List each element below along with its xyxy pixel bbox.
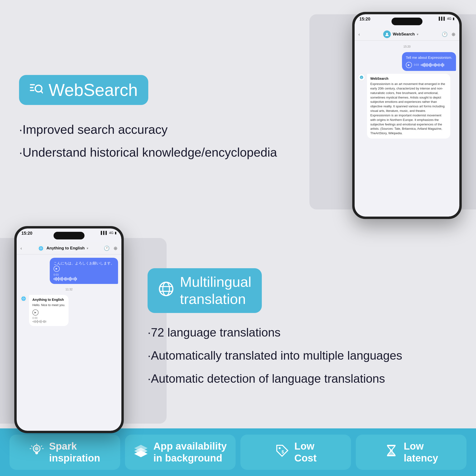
phone-right-container: 15:20 ▌▌▌ 4G ▮ ‹ [343,0,476,231]
audio-row-ws: ▶ 0:03 [406,62,452,68]
hourglass-icon [384,443,398,461]
websearch-badge-label: WebSearch [49,80,138,100]
chat-timestamp-tr: 11:32 [20,288,118,291]
clock-icon[interactable]: 🕐 [442,32,448,37]
svg-line-4 [41,91,43,93]
phone-left-container: 15:20 ▌▌▌ 4G ▮ ‹ 🌐 Anything to English ▾ [0,231,133,428]
footer-label-background: App availability in background [153,440,227,464]
footer-label-lowlatency: Low latency [404,440,438,464]
user-bubble-ws: Tell me about Expressionism. ▶ 0:03 [402,52,456,71]
signal-icon-tr: ▌▌▌ [101,231,108,235]
waveform-ws [421,63,444,67]
bot-text-tr: Hello. Nice to meet you. [32,303,65,307]
svg-point-8 [159,282,173,296]
bottom-section: 15:20 ▌▌▌ 4G ▮ ‹ 🌐 Anything to English ▾ [0,231,476,428]
chat-header-center: WebSearch ▾ [383,31,418,38]
jp-bubble: こんにちは。よろしくお願いします。 ▶ 0:03 [50,258,118,284]
status-icons: ▌▌▌ 4G ▮ [439,17,455,20]
tag-icon: $ [275,443,289,461]
bot-text-ws: Expressionism is an art movement that em… [370,82,447,136]
svg-point-22 [279,447,281,449]
compose-icon-tr[interactable]: ⊕ [114,245,118,251]
chat-header-center-tr: 🌐 Anything to English ▾ [37,245,88,252]
layers-icon [134,443,148,461]
globe-avatar: 🌐 [37,245,45,252]
translation-badge-label: Multilingual translation [180,273,251,308]
network-label: 4G [447,17,452,20]
user-message-ws: Tell me about Expressionism. [406,55,452,60]
chat-avatar [383,31,391,38]
svg-point-18 [35,447,38,451]
audio-time-jp: 0:03 [53,273,59,276]
waveform-bot-tr [32,320,65,323]
audio-row-bot-tr: ▶ 0:00 [32,309,65,323]
bot-name-ws: WebSearch [370,77,447,81]
footer-item-lowcost: $ Low Cost [240,435,351,470]
websearch-badge: WebSearch [19,75,148,105]
chat-name-tr: Anything to English [46,246,85,251]
phone-mockup-websearch: 15:20 ▌▌▌ 4G ▮ ‹ [352,12,462,219]
translation-bullets: ·72 language translations ·Automatically… [148,325,457,387]
svg-point-9 [163,282,170,296]
jp-message: こんにちは。よろしくお願いします。 [53,261,114,265]
globe-avatar-bot: 🌐 [20,295,27,302]
audio-row-jp: ▶ 0:03 [53,266,114,281]
svg-text:$: $ [282,450,284,454]
svg-line-14 [32,446,32,446]
phone-screen-translation: 15:20 ▌▌▌ 4G ▮ ‹ 🌐 Anything to English ▾ [17,228,121,431]
battery-icon: ▮ [453,17,455,20]
phone-screen-websearch: 15:20 ▌▌▌ 4G ▮ ‹ [355,14,459,217]
audio-time-bot-tr: 0:00 [32,317,37,319]
footer-item-spark: Spark inspiration [10,435,120,470]
signal-icon: ▌▌▌ [439,17,446,20]
tr-bullet-3: ·Automatic detection of language transla… [148,371,457,387]
chat-name-websearch: WebSearch [393,32,415,37]
tr-bullet-1: ·72 language translations [148,325,457,340]
svg-point-5 [386,33,388,34]
dynamic-island [391,17,423,25]
dynamic-island-2 [53,232,85,239]
battery-icon-tr: ▮ [115,231,117,235]
play-btn-bot-tr[interactable]: ▶ [32,309,38,316]
status-icons-tr: ▌▌▌ 4G ▮ [101,231,117,235]
play-btn-jp[interactable]: ▶ [53,266,60,272]
ws-bullet-1: ·Improved search accuracy [19,122,328,138]
footer-label-lowcost: Low Cost [294,440,317,464]
compose-icon[interactable]: ⊕ [452,32,456,37]
footer: Spark inspiration App availability in ba… [0,428,476,476]
translation-panel: Multilingual translation ·72 language tr… [133,231,476,428]
phone-mockup-translation: 15:20 ▌▌▌ 4G ▮ ‹ 🌐 Anything to English ▾ [14,226,124,433]
footer-label-spark: Spark inspiration [49,440,100,464]
chat-header-icons-tr: 🕐 ⊕ [104,245,118,251]
clock-icon-tr[interactable]: 🕐 [104,245,110,251]
bot-avatar-ws: G [358,74,365,81]
lightbulb-icon [30,443,44,461]
footer-item-lowlatency: Low latency [356,435,466,470]
chat-header-tr: ‹ 🌐 Anything to English ▾ 🕐 ⊕ [17,242,121,255]
websearch-panel: WebSearch ·Improved search accuracy ·Und… [0,0,343,231]
ws-bullet-2: ·Understand historical knowledge/encyclo… [19,144,328,161]
play-btn-ws[interactable]: ▶ [406,62,412,68]
status-time-tr: 15:20 [21,231,32,236]
svg-point-26 [390,450,393,452]
network-label-tr: 4G [109,231,114,235]
globe-icon [158,281,174,300]
svg-text:G: G [360,76,362,79]
chat-body-websearch: 15:20 Tell me about Expressionism. ▶ 0:0… [355,41,459,217]
chat-header-websearch: ‹ WebSearch ▾ 🕐 ⊕ [355,28,459,41]
chat-timestamp-ws: 15:20 [358,45,456,48]
top-section: WebSearch ·Improved search accuracy ·Und… [0,0,476,231]
footer-item-background: App availability in background [125,435,236,470]
bot-bubble-tr-container: 🌐 Anything to English Hello. Nice to mee… [20,295,118,326]
bot-bubble-ws: WebSearch Expressionism is an art moveme… [367,74,450,138]
bot-name-tr: Anything to English [32,298,65,302]
svg-line-15 [41,446,42,446]
svg-rect-24 [387,445,395,446]
svg-rect-25 [387,455,395,456]
bot-bubble-ws-container: G WebSearch Expressionism is an art move… [358,74,456,138]
websearch-bullets: ·Improved search accuracy ·Understand hi… [19,122,328,160]
chat-header-icons: 🕐 ⊕ [442,32,456,37]
status-time: 15:20 [359,17,370,22]
translation-badge: Multilingual translation [148,268,262,313]
tr-bullet-2: ·Automatically translated into multiple … [148,348,457,363]
